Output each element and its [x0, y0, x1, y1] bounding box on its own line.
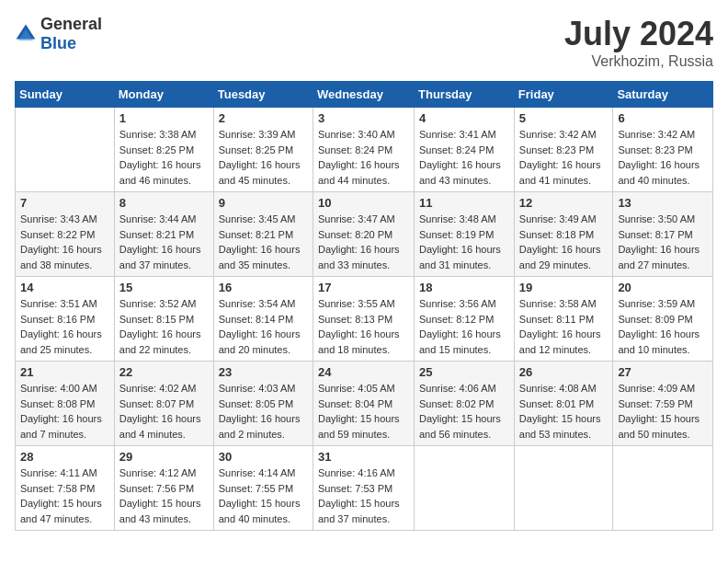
sunrise: Sunrise: 4:02 AM	[119, 383, 197, 394]
sunrise: Sunrise: 3:40 AM	[318, 129, 395, 140]
day-detail: Sunrise: 4:05 AM Sunset: 8:04 PM Dayligh…	[318, 381, 409, 442]
day-detail: Sunrise: 3:51 AM Sunset: 8:16 PM Dayligh…	[20, 296, 109, 357]
day-number: 8	[119, 196, 209, 210]
day-number: 18	[419, 281, 509, 294]
sunrise: Sunrise: 4:16 AM	[318, 467, 395, 478]
day-detail: Sunrise: 3:42 AM Sunset: 8:23 PM Dayligh…	[519, 127, 609, 188]
calendar-cell: 15 Sunrise: 3:52 AM Sunset: 8:15 PM Dayl…	[114, 277, 213, 362]
daylight: Daylight: 15 hours and 43 minutes.	[119, 498, 201, 524]
sunset: Sunset: 8:21 PM	[219, 229, 293, 240]
sunset: Sunset: 8:24 PM	[419, 144, 494, 155]
calendar-cell: 1 Sunrise: 3:38 AM Sunset: 8:25 PM Dayli…	[114, 108, 213, 192]
sunrise: Sunrise: 3:43 AM	[20, 213, 97, 224]
day-detail: Sunrise: 4:00 AM Sunset: 8:08 PM Dayligh…	[20, 381, 109, 442]
daylight: Daylight: 16 hours and 12 minutes.	[519, 328, 601, 355]
sunset: Sunset: 8:01 PM	[519, 398, 594, 409]
sunset: Sunset: 8:05 PM	[219, 398, 293, 409]
day-detail: Sunrise: 3:54 AM Sunset: 8:14 PM Dayligh…	[219, 296, 308, 357]
logo-icon	[15, 23, 37, 45]
calendar-header-row: SundayMondayTuesdayWednesdayThursdayFrid…	[16, 82, 713, 108]
calendar-cell: 2 Sunrise: 3:39 AM Sunset: 8:25 PM Dayli…	[213, 108, 313, 192]
day-number: 15	[119, 281, 209, 294]
sunset: Sunset: 8:04 PM	[318, 398, 392, 409]
day-number: 26	[519, 365, 609, 379]
sunrise: Sunrise: 3:42 AM	[618, 129, 695, 140]
daylight: Daylight: 16 hours and 43 minutes.	[419, 159, 501, 186]
day-number: 13	[618, 196, 708, 210]
sunset: Sunset: 8:07 PM	[119, 398, 194, 409]
sunrise: Sunrise: 3:38 AM	[119, 129, 197, 140]
daylight: Daylight: 16 hours and 38 minutes.	[20, 244, 102, 270]
day-detail: Sunrise: 3:56 AM Sunset: 8:12 PM Dayligh…	[419, 296, 509, 357]
daylight: Daylight: 15 hours and 37 minutes.	[318, 498, 400, 524]
sunrise: Sunrise: 4:14 AM	[219, 467, 296, 478]
day-number: 10	[318, 196, 409, 210]
calendar-cell: 6 Sunrise: 3:42 AM Sunset: 8:23 PM Dayli…	[613, 108, 713, 192]
sunset: Sunset: 8:25 PM	[219, 144, 293, 155]
daylight: Daylight: 15 hours and 53 minutes.	[519, 413, 601, 440]
calendar-week-row: 21 Sunrise: 4:00 AM Sunset: 8:08 PM Dayl…	[16, 362, 713, 446]
calendar-cell: 17 Sunrise: 3:55 AM Sunset: 8:13 PM Dayl…	[313, 277, 414, 362]
sunset: Sunset: 8:23 PM	[618, 144, 692, 155]
logo-blue: Blue	[40, 34, 76, 52]
day-number: 22	[119, 365, 209, 379]
day-of-week-header: Wednesday	[313, 82, 414, 108]
day-number: 12	[519, 196, 609, 210]
day-number: 30	[219, 450, 308, 464]
sunrise: Sunrise: 3:44 AM	[119, 213, 197, 224]
day-detail: Sunrise: 3:55 AM Sunset: 8:13 PM Dayligh…	[318, 296, 409, 357]
sunrise: Sunrise: 3:41 AM	[419, 129, 496, 140]
daylight: Daylight: 15 hours and 59 minutes.	[318, 413, 400, 440]
calendar-week-row: 7 Sunrise: 3:43 AM Sunset: 8:22 PM Dayli…	[16, 192, 713, 277]
day-detail: Sunrise: 4:09 AM Sunset: 7:59 PM Dayligh…	[618, 381, 708, 442]
sunrise: Sunrise: 3:39 AM	[219, 129, 296, 140]
sunrise: Sunrise: 3:55 AM	[318, 298, 395, 309]
day-detail: Sunrise: 3:58 AM Sunset: 8:11 PM Dayligh…	[519, 296, 609, 357]
daylight: Daylight: 16 hours and 22 minutes.	[119, 328, 201, 355]
daylight: Daylight: 16 hours and 18 minutes.	[318, 328, 400, 355]
calendar-cell: 9 Sunrise: 3:45 AM Sunset: 8:21 PM Dayli…	[213, 192, 313, 277]
sunset: Sunset: 8:22 PM	[20, 229, 95, 240]
sunset: Sunset: 8:19 PM	[419, 229, 494, 240]
sunset: Sunset: 7:56 PM	[119, 483, 194, 494]
calendar-cell: 29 Sunrise: 4:12 AM Sunset: 7:56 PM Dayl…	[114, 446, 213, 531]
day-detail: Sunrise: 3:40 AM Sunset: 8:24 PM Dayligh…	[318, 127, 409, 188]
day-number: 29	[119, 450, 209, 464]
daylight: Daylight: 16 hours and 27 minutes.	[618, 244, 700, 270]
day-number: 21	[20, 365, 109, 379]
sunset: Sunset: 8:11 PM	[519, 314, 594, 325]
day-detail: Sunrise: 3:44 AM Sunset: 8:21 PM Dayligh…	[119, 212, 209, 272]
logo-general: General	[40, 15, 102, 33]
day-detail: Sunrise: 4:12 AM Sunset: 7:56 PM Dayligh…	[119, 465, 209, 526]
daylight: Daylight: 16 hours and 44 minutes.	[318, 159, 400, 186]
day-detail: Sunrise: 3:39 AM Sunset: 8:25 PM Dayligh…	[219, 127, 308, 188]
day-number: 14	[20, 281, 109, 294]
sunrise: Sunrise: 3:48 AM	[419, 213, 496, 224]
day-detail: Sunrise: 3:41 AM Sunset: 8:24 PM Dayligh…	[419, 127, 509, 188]
day-of-week-header: Monday	[114, 82, 213, 108]
daylight: Daylight: 16 hours and 41 minutes.	[519, 159, 601, 186]
day-of-week-header: Thursday	[415, 82, 515, 108]
daylight: Daylight: 16 hours and 45 minutes.	[219, 159, 301, 186]
header: General Blue July 2024 Verkhozim, Russia	[15, 15, 713, 70]
day-detail: Sunrise: 4:11 AM Sunset: 7:58 PM Dayligh…	[20, 465, 109, 526]
calendar-cell: 11 Sunrise: 3:48 AM Sunset: 8:19 PM Dayl…	[415, 192, 515, 277]
daylight: Daylight: 16 hours and 20 minutes.	[219, 328, 301, 355]
calendar-cell: 14 Sunrise: 3:51 AM Sunset: 8:16 PM Dayl…	[16, 277, 115, 362]
calendar-week-row: 14 Sunrise: 3:51 AM Sunset: 8:16 PM Dayl…	[16, 277, 713, 362]
sunrise: Sunrise: 3:56 AM	[419, 298, 496, 309]
daylight: Daylight: 15 hours and 47 minutes.	[20, 498, 102, 524]
sunrise: Sunrise: 3:42 AM	[519, 129, 597, 140]
sunset: Sunset: 8:13 PM	[318, 314, 392, 325]
day-detail: Sunrise: 3:43 AM Sunset: 8:22 PM Dayligh…	[20, 212, 109, 272]
day-detail: Sunrise: 3:38 AM Sunset: 8:25 PM Dayligh…	[119, 127, 209, 188]
day-number: 16	[219, 281, 308, 294]
calendar-cell	[613, 446, 713, 531]
daylight: Daylight: 16 hours and 40 minutes.	[618, 159, 700, 186]
day-detail: Sunrise: 4:06 AM Sunset: 8:02 PM Dayligh…	[419, 381, 509, 442]
calendar-cell: 21 Sunrise: 4:00 AM Sunset: 8:08 PM Dayl…	[16, 362, 115, 446]
calendar-cell: 18 Sunrise: 3:56 AM Sunset: 8:12 PM Dayl…	[415, 277, 515, 362]
calendar-cell: 30 Sunrise: 4:14 AM Sunset: 7:55 PM Dayl…	[213, 446, 313, 531]
sunset: Sunset: 8:21 PM	[119, 229, 194, 240]
daylight: Daylight: 16 hours and 29 minutes.	[519, 244, 601, 270]
